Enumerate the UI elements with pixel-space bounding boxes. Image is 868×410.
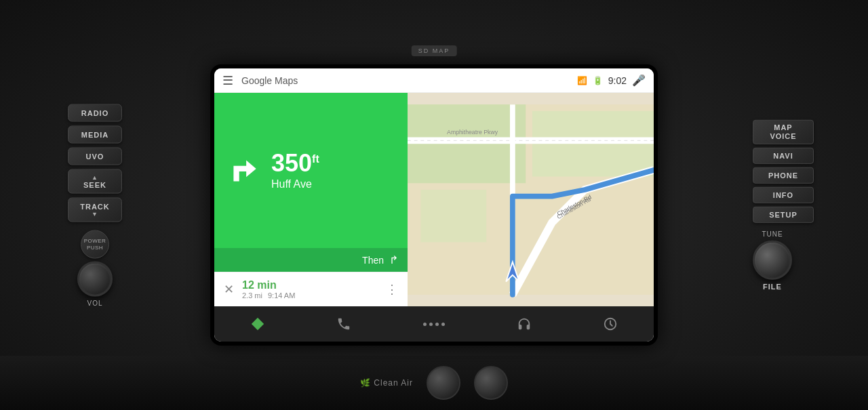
setup-button[interactable]: SETUP bbox=[753, 207, 814, 223]
vol-knob[interactable] bbox=[77, 261, 113, 296]
tune-knob[interactable] bbox=[753, 241, 792, 280]
nav-panel: 350ft Huff Ave Then ↱ ✕ 12 bbox=[214, 93, 408, 306]
dashboard: RADIO MEDIA UVO ▲ SEEK TRACK ▼ POWERPUSH… bbox=[0, 0, 868, 410]
phone-nav-icon[interactable] bbox=[331, 311, 357, 337]
trip-meta: 2.3 mi 9:14 AM bbox=[242, 291, 378, 300]
trip-distance: 2.3 mi bbox=[242, 291, 262, 300]
dot4 bbox=[441, 323, 445, 326]
svg-text:Amphitheatre Pkwy: Amphitheatre Pkwy bbox=[447, 129, 498, 136]
status-bar: ☰ Google Maps 📶 🔋 9:02 🎤 bbox=[214, 68, 654, 93]
tune-label: TUNE bbox=[762, 230, 783, 238]
tune-knob-area: TUNE FILE bbox=[753, 230, 792, 291]
main-content: 350ft Huff Ave Then ↱ ✕ 12 bbox=[214, 93, 654, 306]
trip-time: 12 min bbox=[242, 279, 378, 291]
track-label: TRACK bbox=[80, 202, 110, 210]
phone-button[interactable]: PHONE bbox=[753, 167, 814, 184]
menu-icon[interactable]: ☰ bbox=[222, 73, 233, 88]
svg-rect-3 bbox=[420, 190, 486, 242]
seek-button[interactable]: ▲ SEEK bbox=[68, 169, 122, 193]
time-display: 9:02 bbox=[608, 75, 627, 86]
vol-label: VOL bbox=[87, 299, 102, 306]
file-label: FILE bbox=[763, 283, 782, 291]
mic-icon[interactable]: 🎤 bbox=[632, 74, 646, 87]
track-button[interactable]: TRACK ▼ bbox=[68, 197, 122, 222]
dot1 bbox=[423, 323, 427, 326]
voice-label: VOICE bbox=[770, 132, 796, 141]
car-bottom: 🌿 Clean Air bbox=[0, 356, 868, 410]
power-button[interactable]: POWERPUSH bbox=[81, 230, 109, 258]
vent-knob-right[interactable] bbox=[474, 366, 508, 400]
direction-info: 350ft Huff Ave bbox=[271, 151, 319, 190]
screen-bezel: SD MAP ☰ Google Maps 📶 🔋 9:02 🎤 bbox=[210, 64, 658, 346]
status-right: 📶 🔋 9:02 🎤 bbox=[577, 74, 646, 87]
media-button[interactable]: MEDIA bbox=[68, 125, 122, 143]
app-name: Google Maps bbox=[241, 75, 572, 86]
signal-icon: 📶 bbox=[577, 76, 587, 85]
trip-arrival: 9:14 AM bbox=[268, 291, 295, 300]
map-area[interactable]: Charleston Rd Amphitheatre Pkwy C bbox=[408, 93, 654, 306]
trip-details: 12 min 2.3 mi 9:14 AM bbox=[242, 279, 378, 300]
street-name: Huff Ave bbox=[271, 178, 319, 190]
then-text: Then bbox=[362, 255, 384, 266]
dot3 bbox=[435, 323, 439, 326]
uvo-button[interactable]: UVO bbox=[68, 147, 122, 165]
vol-knob-container: POWERPUSH VOL bbox=[68, 228, 122, 306]
apps-nav-icon[interactable] bbox=[418, 317, 450, 331]
seek-up-arrow: ▲ bbox=[92, 173, 98, 180]
maps-nav-icon[interactable] bbox=[245, 311, 271, 337]
battery-icon: 🔋 bbox=[593, 76, 603, 85]
radio-button[interactable]: RADIO bbox=[68, 104, 122, 121]
track-down-arrow: ▼ bbox=[92, 210, 98, 217]
navi-button[interactable]: NAVI bbox=[753, 148, 814, 164]
power-label: POWERPUSH bbox=[84, 237, 106, 250]
map-voice-button[interactable]: MAP VOICE bbox=[753, 119, 814, 144]
vent-knob-left[interactable] bbox=[427, 366, 460, 400]
direction-card: 350ft Huff Ave bbox=[214, 93, 408, 248]
then-bar: Then ↱ bbox=[214, 248, 408, 272]
distance-display: 350ft bbox=[271, 151, 319, 176]
recent-nav-icon[interactable] bbox=[597, 311, 623, 337]
dot2 bbox=[429, 323, 433, 326]
dots-display bbox=[423, 323, 445, 326]
right-control-panel: MAP VOICE NAVI PHONE INFO SETUP TUNE FIL… bbox=[753, 119, 814, 290]
sd-map-label: SD MAP bbox=[412, 45, 457, 56]
android-auto-screen: ☰ Google Maps 📶 🔋 9:02 🎤 bbox=[214, 68, 654, 342]
then-arrow-icon: ↱ bbox=[389, 253, 398, 266]
bottom-bar bbox=[214, 306, 654, 342]
more-options-button[interactable]: ⋮ bbox=[386, 282, 398, 297]
audio-nav-icon[interactable] bbox=[511, 311, 537, 337]
turn-arrow-icon bbox=[226, 153, 262, 188]
left-control-panel: RADIO MEDIA UVO ▲ SEEK TRACK ▼ POWERPUSH… bbox=[68, 104, 122, 306]
map-label: MAP bbox=[774, 123, 792, 131]
info-button[interactable]: INFO bbox=[753, 187, 814, 203]
close-button[interactable]: ✕ bbox=[224, 282, 234, 297]
seek-label: SEEK bbox=[83, 180, 106, 188]
clean-air-label: 🌿 Clean Air bbox=[360, 378, 413, 388]
distance-unit: ft bbox=[312, 153, 319, 165]
trip-info: ✕ 12 min 2.3 mi 9:14 AM ⋮ bbox=[214, 272, 408, 306]
